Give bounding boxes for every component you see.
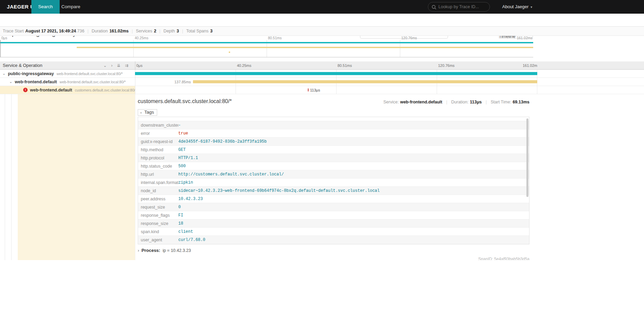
timeline-tick: 40.25ms	[237, 61, 251, 70]
tag-row: span.kind client	[138, 228, 529, 236]
span-service: public-ingressgateway	[8, 71, 54, 76]
tag-value: client	[178, 228, 193, 236]
tags-scrollbar[interactable]	[526, 118, 528, 197]
tag-key: user_agent	[138, 236, 178, 244]
summary-value: 161.02ms	[109, 29, 129, 33]
chevron-down-icon[interactable]: ⌄	[9, 80, 12, 84]
tag-row: node_id sidecar~10.42.3.23~web-frontend-…	[138, 187, 529, 195]
tag-row: peer.address 10.42.3.23	[138, 195, 529, 203]
tag-value: 4de3455f-6187-9492-836b-2a3ff3fa195b	[178, 138, 267, 145]
minimap-canvas[interactable]	[0, 40, 533, 57]
summary-label: Services	[136, 29, 152, 33]
span-service: web-frontend.default	[15, 80, 57, 84]
minimap-tick: 80.51ms	[268, 36, 282, 40]
tag-key: error	[138, 129, 178, 137]
tag-value: FI	[178, 211, 183, 219]
tag-value: curl/7.68.0	[178, 236, 205, 244]
span-duration-label: 113μs	[310, 88, 320, 92]
span-name-cell[interactable]: ! web-frontend.default customers.default…	[0, 86, 135, 94]
timeline-tick: 161.02m	[523, 61, 537, 70]
trace-page-header: ⌄ public-ingressgateway: web-frontend.de…	[0, 14, 644, 27]
detail-meta: Service:web-frontend.default | Duration:…	[384, 100, 530, 104]
error-icon: !	[23, 88, 28, 92]
summary-label: Trace Start	[3, 29, 24, 33]
trace-id-lookup	[428, 2, 490, 12]
indent-guide	[11, 94, 12, 260]
tags-section-toggle[interactable]: ⌄ Tags	[138, 109, 157, 116]
summary-label: Total Spans	[186, 29, 208, 33]
timeline-tick: 120.76ms	[438, 61, 454, 70]
collapse-one-icon[interactable]: ⌄	[103, 63, 107, 68]
chevron-down-icon: ⌄	[139, 110, 143, 114]
tag-row: http.method GET	[138, 146, 529, 154]
tag-key: peer.address	[138, 195, 178, 203]
span-bar[interactable]	[193, 80, 537, 83]
span-duration-label: 137.85ms	[174, 80, 191, 84]
span-name-cell[interactable]: ⌄ web-frontend.default web-frontend.defa…	[0, 78, 135, 86]
tag-key: response_size	[138, 219, 178, 227]
tag-value: 18	[178, 219, 183, 227]
tag-key: node_id	[138, 187, 178, 195]
process-section-toggle[interactable]: › Process: ip = 10.42.3.23	[138, 248, 191, 253]
span-bar[interactable]	[308, 88, 309, 91]
tag-value: 500	[178, 162, 186, 170]
tag-value: HTTP/1.1	[178, 154, 198, 162]
nav-item-compare[interactable]: Compare	[61, 0, 80, 14]
tag-value: zipkin	[178, 179, 193, 186]
tags-table: component proxy downstream_cluster - err…	[138, 117, 529, 244]
chevron-down-icon[interactable]: ⌄	[2, 71, 5, 76]
summary-label: Duration	[92, 29, 108, 33]
span-rows: ⌄ public-ingressgateway web-frontend.def…	[0, 70, 644, 94]
tag-key: internal.span.format	[138, 179, 178, 186]
tag-row: internal.span.format zipkin	[138, 179, 529, 187]
tag-row: response_flags FI	[138, 211, 529, 219]
jaeger-trace-page: JAEGER UI Search Compare About Jaeger▾ ⌄…	[0, 0, 644, 313]
span-name-cell[interactable]: ⌄ public-ingressgateway web-frontend.def…	[0, 70, 135, 77]
summary-label: Depth	[164, 29, 175, 33]
span-id-label: SpanID: 5e4af93bab5b3d5a	[478, 257, 529, 260]
summary-value: 3	[177, 29, 179, 33]
tag-value: -	[178, 121, 181, 129]
chevron-right-icon: ›	[138, 248, 139, 253]
expand-one-icon[interactable]: ›	[111, 63, 113, 68]
tag-value: http://customers.default.svc.cluster.loc…	[178, 170, 284, 178]
service-operation-header: Service & Operation	[3, 61, 42, 70]
about-jaeger-menu[interactable]: About Jaeger▾	[502, 0, 532, 14]
minimap-scrubber-handle[interactable]	[0, 40, 1, 57]
minimap-span	[0, 42, 533, 43]
tag-value: 0	[178, 203, 181, 211]
span-row-public-ingressgateway[interactable]: ⌄ public-ingressgateway web-frontend.def…	[0, 70, 644, 78]
tag-value: 10.42.3.23	[178, 195, 203, 203]
trace-id-lookup-input[interactable]	[438, 3, 487, 11]
tag-row: guid:x-request-id 4de3455f-6187-9492-836…	[138, 138, 529, 146]
minimap-tick: 120.76ms	[401, 36, 417, 40]
selected-span-indent-block[interactable]	[18, 94, 135, 260]
tag-key: response_flags	[138, 211, 178, 219]
top-navbar: JAEGER UI Search Compare About Jaeger▾	[0, 0, 644, 14]
timeline-tick: 0μs	[136, 61, 143, 70]
expand-all-icon[interactable]: ⇉	[125, 63, 128, 68]
span-detail-row: customers.default.svc.cluster.local:80/*…	[0, 94, 644, 260]
summary-value: 2	[154, 29, 156, 33]
tag-row: component proxy	[138, 117, 529, 121]
trace-summary-bar: Trace Start August 17 2021, 16:49:24.736…	[0, 27, 644, 36]
span-operation: customers.default.svc.cluster.local:80/*	[75, 88, 135, 92]
collapse-all-icon[interactable]: ⇊	[117, 63, 120, 68]
trace-minimap: 0μs 40.25ms 80.51ms 120.76ms 161.02ms	[0, 36, 533, 58]
nav-item-search[interactable]: Search	[31, 0, 60, 14]
span-bar[interactable]	[135, 72, 537, 75]
tag-value: true	[178, 129, 188, 137]
minimap-tick: 0μs	[1, 36, 7, 40]
tag-row: user_agent curl/7.68.0	[138, 236, 529, 244]
indent-guide	[5, 94, 5, 260]
caret-down-icon: ▾	[530, 5, 532, 9]
timeline-tick: 80.51ms	[338, 61, 352, 70]
collapse-controls: ⌄ › ⇊ ⇉	[103, 61, 128, 70]
minimap-span	[229, 52, 230, 53]
span-operation: web-frontend.default.svc.cluster.local:8…	[57, 72, 123, 76]
span-row-web-frontend-customers[interactable]: ! web-frontend.default customers.default…	[0, 86, 644, 94]
tag-key: span.kind	[138, 228, 178, 236]
tag-key: guid:x-request-id	[138, 138, 178, 145]
minimap-span	[77, 47, 533, 48]
span-row-web-frontend[interactable]: ⌄ web-frontend.default web-frontend.defa…	[0, 78, 644, 86]
